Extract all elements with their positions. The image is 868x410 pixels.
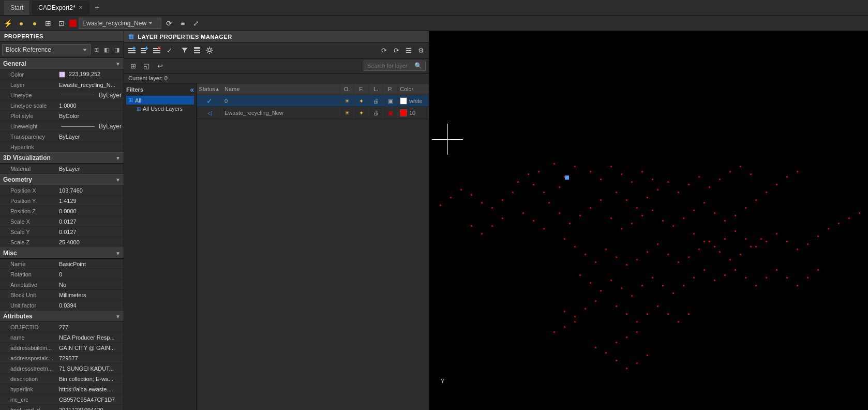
svg-rect-11	[153, 50, 160, 51]
delete-layer-btn[interactable]	[151, 45, 162, 56]
block-ref-dropdown[interactable]: Block Reference	[2, 44, 91, 55]
tab-start[interactable]: Start	[4, 1, 30, 15]
new-layer-btn[interactable]	[126, 45, 138, 56]
cad-viewport[interactable]: Y	[429, 31, 868, 410]
col-name[interactable]: Name	[222, 83, 340, 95]
restore-btn[interactable]: ↩	[154, 60, 166, 71]
tab-cad[interactable]: CADExport2* ✕	[32, 1, 89, 15]
cad-dot	[450, 197, 452, 198]
toolbar-btn-7[interactable]: ≡	[177, 18, 188, 29]
cad-dot	[652, 277, 653, 279]
col-color[interactable]: Color	[398, 83, 429, 95]
block-ref-icons: ⊞ ◧ ◨	[92, 45, 122, 54]
filters-header: Filters «	[126, 85, 194, 94]
tab-cad-close[interactable]: ✕	[79, 5, 83, 10]
cad-dot	[528, 173, 529, 175]
layer-gear-btn[interactable]: ⚙	[415, 45, 427, 56]
row0-on: ☀	[340, 95, 354, 107]
cad-dot	[533, 220, 534, 222]
layer-value: Ewaste_recycling_N...	[57, 81, 124, 89]
cad-dot	[652, 179, 653, 180]
cad-dot	[574, 321, 576, 323]
layer-states-btn[interactable]	[191, 45, 203, 56]
props-scroll[interactable]: General ▼ Color 223,199,252 Layer Ewaste…	[0, 58, 124, 410]
cad-dot	[641, 215, 643, 216]
toolbar-btn-1[interactable]: ⚡	[2, 18, 13, 29]
layer-dropdown-arrow	[148, 22, 153, 24]
section-3d-header[interactable]: 3D Visualization ▼	[0, 152, 124, 164]
new-layer-vp-btn[interactable]	[139, 45, 150, 56]
cad-dot	[807, 277, 809, 279]
layer-settings-btn[interactable]	[204, 45, 215, 56]
ewaste-color-box	[400, 109, 407, 116]
ewaste-on-icon: ☀	[345, 110, 350, 116]
section-general-header[interactable]: General ▼	[0, 58, 124, 69]
prop-scale-x: Scale X 0.0127	[0, 216, 124, 227]
props-icon-3[interactable]: ◨	[112, 45, 122, 54]
search-input[interactable]	[367, 63, 414, 69]
filter-all[interactable]: ⊞ All	[126, 96, 194, 105]
props-icon-1[interactable]: ⊞	[92, 45, 101, 54]
layer-menu-btn[interactable]: ☰	[403, 45, 414, 56]
cad-dot	[481, 202, 483, 203]
prop-objectid: OBJECTID 277	[0, 322, 124, 332]
cad-dot	[559, 186, 560, 188]
prop-annotative: Annotative No	[0, 280, 124, 290]
layer-row-0[interactable]: ✓ 0 ☀ ✦ 🖨 ▣	[197, 95, 429, 107]
props-icon-2[interactable]: ◧	[102, 45, 111, 54]
cad-dot	[766, 277, 767, 279]
cad-dot	[797, 171, 798, 172]
col-on[interactable]: O.	[340, 83, 354, 95]
prop-hyperlink: Hyperlink	[0, 142, 124, 152]
toolbar-btn-2[interactable]: ●	[16, 18, 27, 29]
show-layer-filters-btn[interactable]: ⊞	[127, 60, 139, 71]
section-geometry-header[interactable]: Geometry ▼	[0, 174, 124, 185]
toolbar-btn-8[interactable]: ⤢	[190, 18, 202, 29]
cad-dot	[657, 305, 659, 307]
refresh-btn[interactable]: ⟳	[378, 45, 390, 56]
layer-refresh-btn[interactable]: ⟳	[391, 45, 402, 56]
layer-dropdown[interactable]: Ewaste_recycling_New	[79, 18, 161, 29]
toolbar-btn-red[interactable]	[69, 20, 77, 27]
section-geometry-title: Geometry	[3, 176, 32, 183]
col-plot[interactable]: P.	[383, 83, 398, 95]
cad-dot	[735, 230, 736, 232]
svg-rect-7	[141, 52, 146, 53]
section-attributes-header[interactable]: Attributes ▼	[0, 311, 124, 322]
toolbar-btn-4[interactable]: ⊞	[42, 18, 54, 29]
cad-dot	[590, 282, 591, 284]
viewport-canvas: Y	[429, 31, 868, 410]
prop-rotation: Rotation 0	[0, 269, 124, 280]
col-freeze[interactable]: F.	[354, 83, 369, 95]
prop-block-unit: Block Unit Millimeters	[0, 290, 124, 300]
toolbar-btn-5[interactable]: ⊡	[56, 18, 67, 29]
filter-all-used[interactable]: ⊞ All Used Layers	[126, 105, 194, 113]
prop-scale-z: Scale Z 25.4000	[0, 237, 124, 247]
layer-row-ewaste[interactable]: ◁ Ewaste_recycling_New ☀ ✦ 🖨	[197, 107, 429, 119]
cad-dot	[621, 228, 622, 229]
ewaste-freeze: ✦	[354, 107, 369, 119]
cad-dot	[471, 225, 472, 227]
new-vp-btn2[interactable]: ◱	[141, 60, 152, 71]
search-icon[interactable]: 🔍	[414, 62, 422, 69]
cad-dot	[538, 171, 540, 172]
cad-dot	[735, 269, 736, 271]
section-misc-header[interactable]: Misc ▼	[0, 247, 124, 259]
cad-dot	[724, 220, 726, 222]
col-lock[interactable]: L.	[369, 83, 383, 95]
col-status[interactable]: Status ▲	[197, 83, 222, 95]
filters-collapse-btn[interactable]: «	[190, 85, 194, 94]
toolbar-btn-3[interactable]: ●	[29, 18, 40, 29]
cad-dot	[616, 256, 617, 258]
cad-dot	[776, 233, 777, 235]
cad-dot	[652, 210, 653, 211]
set-current-btn[interactable]: ✓	[163, 45, 175, 56]
layer-panel-icon: ▤	[128, 33, 134, 40]
show-filters-btn[interactable]	[179, 45, 190, 56]
cad-dot	[838, 223, 840, 224]
toolbar-btn-6[interactable]: ⟳	[163, 18, 175, 29]
cad-dot	[760, 238, 762, 240]
cad-dot	[574, 166, 576, 167]
add-tab-button[interactable]: +	[92, 2, 103, 13]
current-layer-label: Current layer: 0	[124, 74, 429, 83]
